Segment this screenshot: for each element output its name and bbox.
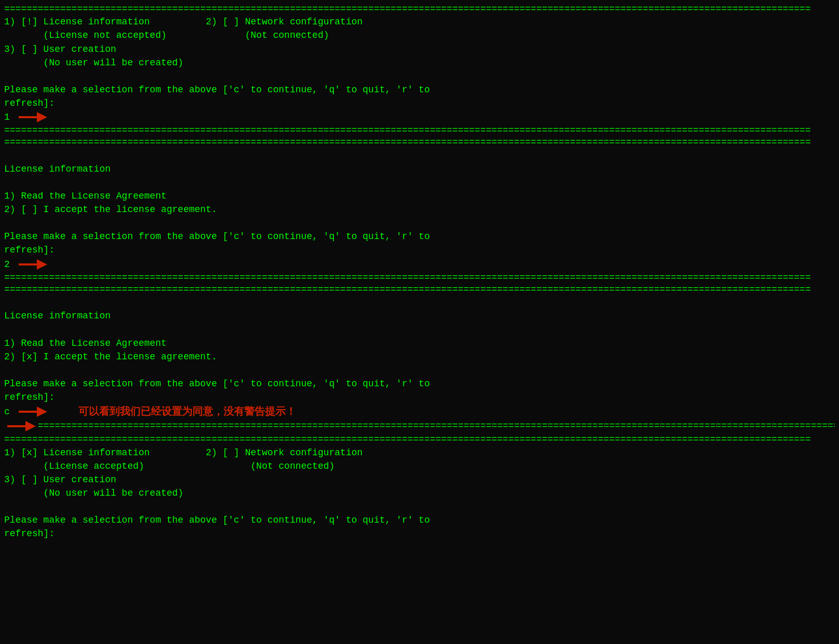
input-annotation-line: c 可以看到我们已经设置为同意，没有警告提示！: [4, 404, 835, 419]
line-s3-2: 2) [x] I accept the license agreement.: [4, 350, 835, 363]
input-line-s1: 1: [4, 110, 835, 124]
line-s3-prompt1: Please make a selection from the above […: [4, 377, 835, 390]
line-s2-blank2: [4, 176, 835, 189]
annotation-text: 可以看到我们已经设置为同意，没有警告提示！: [78, 404, 296, 419]
arrow-s2: [19, 257, 47, 272]
input-value-s2: 2: [4, 258, 16, 271]
line-s4-4: (No user will be created): [4, 486, 835, 500]
separator-3-container: ========================================…: [4, 419, 835, 433]
line-s2-blank3: [4, 216, 835, 230]
separator-3: ========================================…: [38, 420, 835, 432]
section-1: 1) [!] License information 2) [ ] Networ…: [4, 15, 835, 124]
arrow-s1: [19, 110, 47, 124]
line-s1-4: (No user will be created): [4, 56, 835, 69]
line-s4-blank: [4, 500, 835, 513]
separator-2: ========================================…: [4, 272, 835, 284]
line-s2-title: License information: [4, 162, 835, 176]
line-s4-prompt2: refresh]:: [4, 527, 835, 540]
input-line-s2: 2: [4, 257, 835, 272]
line-s1-2: (License not accepted) (Not connected): [4, 29, 835, 42]
input-value-s3: c: [4, 405, 16, 418]
separator-2b: ========================================…: [4, 284, 835, 296]
line-s4-2: (License accepted) (Not connected): [4, 459, 835, 473]
svg-marker-7: [25, 421, 36, 431]
line-s3-prompt2: refresh]:: [4, 390, 835, 404]
line-s3-blank3: [4, 363, 835, 377]
line-s4-3: 3) [ ] User creation: [4, 473, 835, 486]
line-s3-blank: [4, 296, 835, 309]
line-s2-1: 1) Read the License Agreement: [4, 189, 835, 203]
separator-3b: ========================================…: [4, 433, 835, 445]
separator-1b: ========================================…: [4, 136, 835, 148]
svg-marker-5: [37, 407, 47, 417]
line-s4-1: 1) [x] License information 2) [ ] Networ…: [4, 446, 835, 459]
input-value-s1: 1: [4, 110, 16, 124]
top-separator: ========================================…: [4, 3, 835, 15]
arrow-separator: [7, 419, 36, 433]
line-s3-1: 1) Read the License Agreement: [4, 337, 835, 350]
line-s2-prompt1: Please make a selection from the above […: [4, 230, 835, 243]
line-s1-6: Please make a selection from the above […: [4, 83, 835, 96]
section-3: License information 1) Read the License …: [4, 296, 835, 419]
line-s1-3: 3) [ ] User creation: [4, 43, 835, 56]
line-s3-blank2: [4, 323, 835, 337]
line-s4-prompt1: Please make a selection from the above […: [4, 513, 835, 527]
terminal-window: ========================================…: [0, 0, 839, 644]
line-s1-7: refresh]:: [4, 96, 835, 110]
svg-marker-3: [37, 259, 47, 270]
separator-1: ========================================…: [4, 124, 835, 136]
line-s1-1: 1) [!] License information 2) [ ] Networ…: [4, 15, 835, 29]
line-s2-prompt2: refresh]:: [4, 243, 835, 257]
svg-marker-1: [37, 112, 47, 122]
section-2: License information 1) Read the License …: [4, 149, 835, 272]
line-s2-2: 2) [ ] I accept the license agreement.: [4, 203, 835, 216]
line-s3-title: License information: [4, 309, 835, 323]
line-s1-5: [4, 69, 835, 83]
section-4: 1) [x] License information 2) [ ] Networ…: [4, 446, 835, 541]
line-s2-blank: [4, 149, 835, 162]
arrow-s3: [19, 404, 47, 419]
